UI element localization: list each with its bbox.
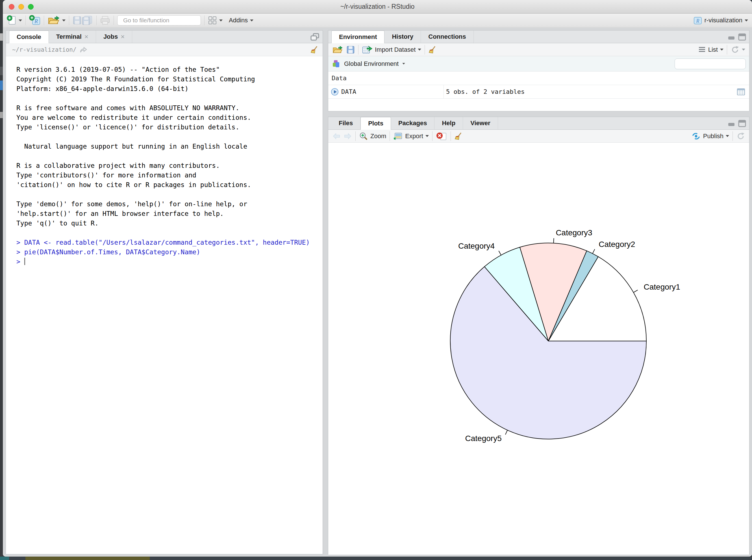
new-file-icon	[7, 15, 16, 25]
refresh-environment-button[interactable]	[731, 45, 745, 54]
tab-label: Help	[442, 120, 455, 127]
tab-plots[interactable]: Plots	[361, 117, 391, 130]
environment-object-row[interactable]: DATA 5 obs. of 2 variables	[328, 85, 749, 99]
goto-file-search[interactable]	[117, 15, 201, 25]
console-line-output: Type 'q()' to quit R.	[16, 218, 323, 228]
tab-label: Connections	[428, 33, 466, 40]
pie-label-tick	[593, 249, 595, 254]
console-line-output: R is a collaborative project with many c…	[16, 161, 323, 171]
list-view-button[interactable]: List	[698, 46, 724, 54]
maximize-pane-icon[interactable]	[738, 33, 746, 41]
import-dataset-button[interactable]: Import Dataset	[362, 45, 421, 54]
tab-terminal[interactable]: Terminal×	[49, 31, 96, 43]
zoom-icon	[359, 132, 368, 141]
console-line-blank	[16, 132, 323, 142]
desktop-bottom-segment	[25, 557, 150, 560]
desktop-fragment	[0, 112, 3, 118]
export-plot-button[interactable]: Export	[393, 132, 429, 140]
clear-environment-button[interactable]	[428, 45, 437, 54]
console-line-output: Natural language support but running in …	[16, 142, 323, 151]
refresh-plot-button[interactable]	[736, 132, 745, 141]
desktop-fragment-blue	[0, 81, 3, 90]
toolbar-separator	[44, 16, 44, 25]
toolbar-separator	[425, 45, 425, 55]
object-name: DATA	[341, 88, 356, 95]
environment-search-input[interactable]	[679, 60, 752, 67]
clear-all-plots-button[interactable]	[454, 132, 463, 140]
export-caret-icon	[425, 135, 429, 137]
environment-scope-caret-icon[interactable]	[402, 63, 405, 65]
plots-pane: FilesPlotsPackagesHelpViewer	[328, 117, 749, 554]
tab-jobs[interactable]: Jobs×	[96, 31, 132, 43]
tab-console[interactable]: Console	[9, 31, 49, 43]
zoom-label: Zoom	[370, 133, 386, 140]
tab-packages[interactable]: Packages	[391, 117, 435, 129]
load-workspace-button[interactable]	[332, 45, 343, 54]
environment-toolbar: Import Dataset List	[328, 43, 749, 56]
tab-help[interactable]: Help	[434, 117, 463, 129]
open-in-new-window-icon[interactable]	[310, 33, 320, 41]
view-table-icon[interactable]	[737, 88, 745, 96]
new-file-button[interactable]	[7, 15, 22, 25]
close-tab-icon[interactable]: ×	[84, 33, 88, 41]
maximize-pane-icon[interactable]	[738, 120, 746, 127]
window-title: ~/r-visualization - RStudio	[3, 0, 752, 13]
environment-search[interactable]	[675, 59, 746, 69]
list-icon	[698, 46, 706, 53]
list-view-label: List	[708, 46, 718, 54]
minimize-pane-icon[interactable]	[727, 120, 736, 127]
next-plot-button[interactable]	[344, 132, 352, 140]
pie-label-Category4: Category4	[458, 242, 495, 250]
console-output[interactable]: R version 3.6.1 (2019-07-05) -- "Action …	[6, 56, 323, 266]
remove-plot-button[interactable]	[436, 132, 447, 140]
print-button[interactable]	[100, 16, 110, 25]
working-directory-label: ~/r-visualization/	[12, 46, 77, 53]
save-button[interactable]	[73, 16, 82, 25]
console-line-blank	[16, 189, 323, 199]
save-workspace-button[interactable]	[346, 45, 355, 54]
desktop-edge-bottom	[0, 557, 752, 560]
pie-label-tick	[633, 290, 637, 293]
tab-history[interactable]: History	[385, 31, 421, 43]
tab-files[interactable]: Files	[331, 117, 361, 129]
refresh-icon	[736, 132, 745, 141]
pie-label-tick	[505, 430, 507, 435]
tab-environment[interactable]: Environment	[331, 31, 385, 43]
tab-connections[interactable]: Connections	[421, 31, 473, 43]
publish-button[interactable]: Publish	[691, 132, 729, 140]
pie-label-Category2: Category2	[598, 240, 635, 248]
toolbar-separator	[69, 16, 69, 25]
addins-button[interactable]: Addins	[229, 17, 253, 24]
console-line-output: R version 3.6.1 (2019-07-05) -- "Action …	[16, 65, 323, 74]
goto-directory-icon[interactable]	[79, 46, 88, 54]
console-line-output: Type 'demo()' for some demos, 'help()' f…	[16, 199, 323, 209]
project-name-label: r-visualization	[705, 17, 743, 24]
pie-label-Category1: Category1	[644, 283, 680, 291]
save-all-button[interactable]	[82, 16, 93, 25]
pie-label-tick	[554, 238, 554, 243]
project-menu-button[interactable]: R r-visualization	[693, 16, 748, 25]
expand-object-icon[interactable]	[331, 88, 339, 96]
tab-viewer[interactable]: Viewer	[463, 117, 498, 129]
open-file-button[interactable]	[47, 15, 65, 25]
close-tab-icon[interactable]: ×	[121, 33, 125, 41]
console-line-output: R is free software and comes with ABSOLU…	[16, 103, 323, 113]
toolbar-separator	[732, 132, 733, 141]
pane-grid-icon	[208, 16, 217, 25]
minimize-pane-icon[interactable]	[727, 33, 736, 41]
zoom-plot-button[interactable]: Zoom	[359, 132, 386, 141]
new-project-button[interactable]: R	[29, 15, 40, 26]
save-all-icon	[82, 16, 93, 25]
environment-scope-label[interactable]: Global Environment	[344, 60, 399, 67]
goto-file-input[interactable]	[123, 17, 200, 24]
svg-text:R: R	[34, 18, 38, 24]
save-icon	[73, 16, 82, 25]
environment-scope-row: Global Environment	[328, 56, 749, 72]
pane-layout-button[interactable]	[208, 16, 223, 25]
export-icon	[393, 132, 403, 140]
refresh-caret-icon	[742, 48, 745, 51]
clear-console-icon[interactable]	[310, 45, 319, 54]
previous-plot-button[interactable]	[332, 132, 341, 140]
svg-text:R: R	[696, 18, 699, 24]
console-line-output: Platform: x86_64-apple-darwin15.6.0 (64-…	[16, 84, 323, 94]
